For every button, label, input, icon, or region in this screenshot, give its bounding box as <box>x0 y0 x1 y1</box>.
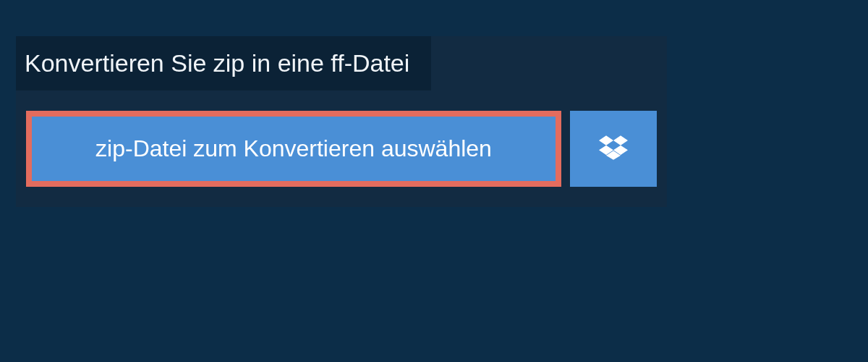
converter-panel: Konvertieren Sie zip in eine ff-Datei zi… <box>16 36 667 207</box>
dropbox-button[interactable] <box>570 111 657 187</box>
select-file-button[interactable]: zip-Datei zum Konvertieren auswählen <box>26 111 561 187</box>
panel-title: Konvertieren Sie zip in eine ff-Datei <box>16 36 431 90</box>
panel-body: zip-Datei zum Konvertieren auswählen <box>16 90 667 207</box>
select-file-button-label: zip-Datei zum Konvertieren auswählen <box>95 135 492 162</box>
dropbox-icon <box>599 133 628 165</box>
